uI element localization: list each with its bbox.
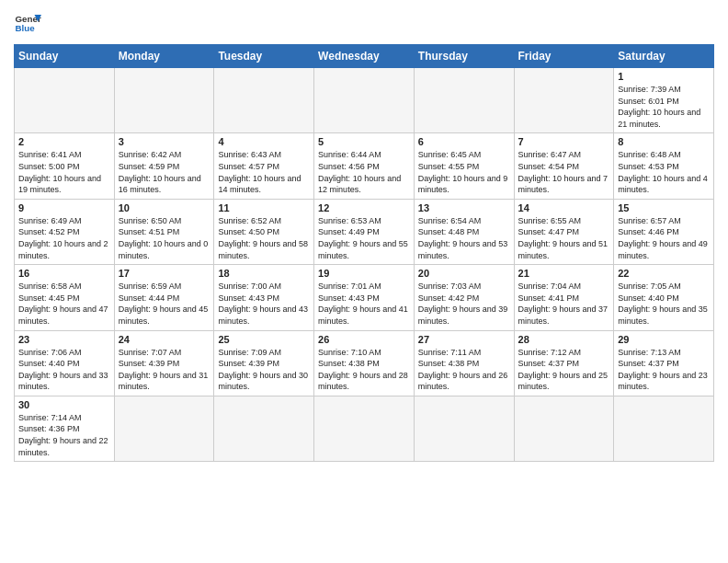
- day-info: Sunrise: 6:53 AM Sunset: 4:49 PM Dayligh…: [318, 215, 410, 261]
- day-info: Sunrise: 6:55 AM Sunset: 4:47 PM Dayligh…: [518, 215, 610, 261]
- day-number: 19: [318, 268, 410, 279]
- day-info: Sunrise: 6:57 AM Sunset: 4:46 PM Dayligh…: [618, 215, 710, 261]
- calendar-day-cell: 20Sunrise: 7:03 AM Sunset: 4:42 PM Dayli…: [414, 265, 514, 330]
- day-number: 6: [418, 136, 510, 147]
- calendar-day-cell: [414, 396, 514, 461]
- calendar-week-row: 23Sunrise: 7:06 AM Sunset: 4:40 PM Dayli…: [15, 330, 714, 396]
- calendar-day-cell: 7Sunrise: 6:47 AM Sunset: 4:54 PM Daylig…: [514, 133, 614, 199]
- calendar-day-cell: [414, 68, 514, 133]
- calendar-day-cell: [314, 68, 415, 133]
- calendar-day-cell: [314, 396, 415, 461]
- day-of-week-header: Thursday: [414, 45, 514, 68]
- calendar-day-cell: [114, 396, 214, 461]
- calendar-day-cell: 22Sunrise: 7:05 AM Sunset: 4:40 PM Dayli…: [614, 265, 714, 330]
- day-info: Sunrise: 6:52 AM Sunset: 4:50 PM Dayligh…: [218, 215, 310, 261]
- day-info: Sunrise: 6:43 AM Sunset: 4:57 PM Dayligh…: [218, 149, 310, 195]
- calendar-day-cell: 24Sunrise: 7:07 AM Sunset: 4:39 PM Dayli…: [114, 330, 214, 396]
- day-number: 15: [618, 202, 710, 213]
- day-of-week-header: Sunday: [15, 45, 115, 68]
- day-info: Sunrise: 7:12 AM Sunset: 4:37 PM Dayligh…: [518, 347, 610, 393]
- day-of-week-header: Saturday: [614, 45, 714, 68]
- day-info: Sunrise: 7:11 AM Sunset: 4:38 PM Dayligh…: [418, 347, 510, 393]
- calendar-day-cell: 10Sunrise: 6:50 AM Sunset: 4:51 PM Dayli…: [114, 199, 214, 264]
- calendar-day-cell: [15, 68, 115, 133]
- calendar-day-cell: [514, 68, 614, 133]
- calendar-day-cell: 18Sunrise: 7:00 AM Sunset: 4:43 PM Dayli…: [214, 265, 314, 330]
- day-info: Sunrise: 6:41 AM Sunset: 5:00 PM Dayligh…: [18, 149, 110, 195]
- day-info: Sunrise: 7:03 AM Sunset: 4:42 PM Dayligh…: [418, 281, 510, 327]
- calendar-day-cell: 19Sunrise: 7:01 AM Sunset: 4:43 PM Dayli…: [314, 265, 415, 330]
- day-info: Sunrise: 7:05 AM Sunset: 4:40 PM Dayligh…: [618, 281, 710, 327]
- generalblue-logo-icon: General Blue: [14, 9, 41, 37]
- day-of-week-header: Monday: [114, 45, 214, 68]
- day-number: 27: [418, 334, 510, 345]
- day-number: 2: [18, 136, 110, 147]
- day-number: 11: [218, 202, 310, 213]
- calendar-day-cell: 11Sunrise: 6:52 AM Sunset: 4:50 PM Dayli…: [214, 199, 314, 264]
- day-number: 7: [518, 136, 610, 147]
- day-of-week-header: Wednesday: [314, 45, 415, 68]
- day-number: 13: [418, 202, 510, 213]
- day-number: 12: [318, 202, 410, 213]
- day-number: 21: [518, 268, 610, 279]
- day-number: 22: [618, 268, 710, 279]
- day-number: 8: [618, 136, 710, 147]
- day-info: Sunrise: 6:47 AM Sunset: 4:54 PM Dayligh…: [518, 149, 610, 195]
- day-of-week-header: Friday: [514, 45, 614, 68]
- day-info: Sunrise: 7:04 AM Sunset: 4:41 PM Dayligh…: [518, 281, 610, 327]
- day-info: Sunrise: 6:49 AM Sunset: 4:52 PM Dayligh…: [18, 215, 110, 261]
- day-number: 20: [418, 268, 510, 279]
- day-of-week-header: Tuesday: [214, 45, 314, 68]
- day-number: 28: [518, 334, 610, 345]
- day-info: Sunrise: 6:59 AM Sunset: 4:44 PM Dayligh…: [119, 281, 210, 327]
- calendar-header-row: SundayMondayTuesdayWednesdayThursdayFrid…: [15, 45, 714, 68]
- calendar-day-cell: 28Sunrise: 7:12 AM Sunset: 4:37 PM Dayli…: [514, 330, 614, 396]
- calendar-week-row: 1Sunrise: 7:39 AM Sunset: 6:01 PM Daylig…: [15, 68, 714, 133]
- day-info: Sunrise: 6:44 AM Sunset: 4:56 PM Dayligh…: [318, 149, 410, 195]
- calendar-day-cell: [614, 396, 714, 461]
- calendar-day-cell: 26Sunrise: 7:10 AM Sunset: 4:38 PM Dayli…: [314, 330, 415, 396]
- day-info: Sunrise: 7:00 AM Sunset: 4:43 PM Dayligh…: [218, 281, 310, 327]
- calendar-day-cell: [114, 68, 214, 133]
- day-info: Sunrise: 7:01 AM Sunset: 4:43 PM Dayligh…: [318, 281, 410, 327]
- calendar-day-cell: 9Sunrise: 6:49 AM Sunset: 4:52 PM Daylig…: [15, 199, 115, 264]
- calendar-day-cell: 6Sunrise: 6:45 AM Sunset: 4:55 PM Daylig…: [414, 133, 514, 199]
- calendar-week-row: 2Sunrise: 6:41 AM Sunset: 5:00 PM Daylig…: [15, 133, 714, 199]
- day-number: 1: [618, 71, 710, 82]
- day-number: 26: [318, 334, 410, 345]
- calendar-week-row: 30Sunrise: 7:14 AM Sunset: 4:36 PM Dayli…: [15, 396, 714, 461]
- calendar-day-cell: [214, 396, 314, 461]
- day-number: 14: [518, 202, 610, 213]
- day-number: 5: [318, 136, 410, 147]
- calendar-day-cell: 2Sunrise: 6:41 AM Sunset: 5:00 PM Daylig…: [15, 133, 115, 199]
- calendar-day-cell: 12Sunrise: 6:53 AM Sunset: 4:49 PM Dayli…: [314, 199, 415, 264]
- calendar-day-cell: 17Sunrise: 6:59 AM Sunset: 4:44 PM Dayli…: [114, 265, 214, 330]
- calendar-table: SundayMondayTuesdayWednesdayThursdayFrid…: [14, 44, 714, 462]
- day-number: 23: [18, 334, 110, 345]
- calendar-day-cell: [214, 68, 314, 133]
- calendar-day-cell: 29Sunrise: 7:13 AM Sunset: 4:37 PM Dayli…: [614, 330, 714, 396]
- day-info: Sunrise: 7:09 AM Sunset: 4:39 PM Dayligh…: [218, 347, 310, 393]
- day-info: Sunrise: 6:48 AM Sunset: 4:53 PM Dayligh…: [618, 149, 710, 195]
- calendar-day-cell: 16Sunrise: 6:58 AM Sunset: 4:45 PM Dayli…: [15, 265, 115, 330]
- day-number: 30: [18, 399, 110, 410]
- calendar-day-cell: 21Sunrise: 7:04 AM Sunset: 4:41 PM Dayli…: [514, 265, 614, 330]
- header: General Blue: [14, 9, 714, 37]
- day-info: Sunrise: 7:39 AM Sunset: 6:01 PM Dayligh…: [618, 84, 710, 130]
- day-number: 9: [18, 202, 110, 213]
- day-number: 24: [119, 334, 210, 345]
- day-info: Sunrise: 7:07 AM Sunset: 4:39 PM Dayligh…: [119, 347, 210, 393]
- day-info: Sunrise: 6:58 AM Sunset: 4:45 PM Dayligh…: [18, 281, 110, 327]
- day-number: 29: [618, 334, 710, 345]
- day-info: Sunrise: 6:50 AM Sunset: 4:51 PM Dayligh…: [119, 215, 210, 261]
- day-number: 17: [119, 268, 210, 279]
- day-info: Sunrise: 6:42 AM Sunset: 4:59 PM Dayligh…: [119, 149, 210, 195]
- page: General Blue SundayMondayTuesdayWednesda…: [0, 0, 728, 563]
- day-info: Sunrise: 7:10 AM Sunset: 4:38 PM Dayligh…: [318, 347, 410, 393]
- day-info: Sunrise: 7:14 AM Sunset: 4:36 PM Dayligh…: [18, 412, 110, 458]
- day-number: 25: [218, 334, 310, 345]
- calendar-day-cell: 3Sunrise: 6:42 AM Sunset: 4:59 PM Daylig…: [114, 133, 214, 199]
- calendar-day-cell: [514, 396, 614, 461]
- calendar-day-cell: 15Sunrise: 6:57 AM Sunset: 4:46 PM Dayli…: [614, 199, 714, 264]
- day-number: 4: [218, 136, 310, 147]
